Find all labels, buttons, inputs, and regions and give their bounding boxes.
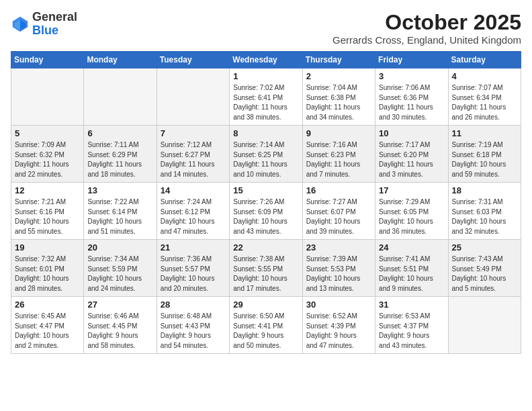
logo-blue: Blue: [32, 24, 77, 38]
day-info: Sunrise: 7:07 AM Sunset: 6:34 PM Dayligh…: [452, 83, 517, 122]
weekday-header: Sunday: [11, 52, 84, 68]
day-number: 31: [379, 300, 444, 310]
weekday-header: Monday: [84, 52, 157, 68]
calendar-cell: 24Sunrise: 7:41 AM Sunset: 5:51 PM Dayli…: [375, 240, 448, 297]
day-info: Sunrise: 6:48 AM Sunset: 4:43 PM Dayligh…: [161, 312, 226, 351]
calendar-cell: 4Sunrise: 7:07 AM Sunset: 6:34 PM Daylig…: [448, 68, 521, 126]
day-info: Sunrise: 6:50 AM Sunset: 4:41 PM Dayligh…: [233, 312, 298, 351]
calendar-cell: [84, 68, 157, 126]
calendar-cell: 5Sunrise: 7:09 AM Sunset: 6:32 PM Daylig…: [11, 126, 84, 183]
calendar-cell: 21Sunrise: 7:36 AM Sunset: 5:57 PM Dayli…: [157, 240, 229, 297]
calendar-cell: 30Sunrise: 6:52 AM Sunset: 4:39 PM Dayli…: [302, 297, 375, 354]
calendar-cell: [157, 68, 229, 126]
calendar-cell: 18Sunrise: 7:31 AM Sunset: 6:03 PM Dayli…: [448, 183, 521, 240]
day-number: 9: [306, 128, 371, 138]
day-number: 24: [379, 242, 444, 253]
day-info: Sunrise: 6:53 AM Sunset: 4:37 PM Dayligh…: [379, 312, 444, 351]
calendar-cell: 20Sunrise: 7:34 AM Sunset: 5:59 PM Dayli…: [84, 240, 157, 297]
calendar-cell: 13Sunrise: 7:22 AM Sunset: 6:14 PM Dayli…: [84, 183, 157, 240]
day-info: Sunrise: 6:45 AM Sunset: 4:47 PM Dayligh…: [15, 312, 80, 351]
calendar-cell: 19Sunrise: 7:32 AM Sunset: 6:01 PM Dayli…: [11, 240, 84, 297]
day-number: 20: [87, 242, 152, 253]
weekday-header: Friday: [375, 52, 448, 68]
calendar-cell: 16Sunrise: 7:27 AM Sunset: 6:07 PM Dayli…: [302, 183, 375, 240]
day-number: 29: [233, 300, 298, 310]
day-info: Sunrise: 7:09 AM Sunset: 6:32 PM Dayligh…: [15, 140, 80, 179]
day-info: Sunrise: 7:39 AM Sunset: 5:53 PM Dayligh…: [306, 255, 371, 293]
day-number: 28: [161, 300, 226, 310]
day-number: 3: [379, 71, 444, 81]
day-info: Sunrise: 7:14 AM Sunset: 6:25 PM Dayligh…: [233, 140, 298, 179]
day-number: 12: [15, 185, 80, 195]
calendar-week-row: 1Sunrise: 7:02 AM Sunset: 6:41 PM Daylig…: [11, 68, 521, 126]
day-number: 30: [306, 300, 371, 310]
day-info: Sunrise: 7:04 AM Sunset: 6:38 PM Dayligh…: [306, 83, 371, 122]
calendar-cell: 2Sunrise: 7:04 AM Sunset: 6:38 PM Daylig…: [302, 68, 375, 126]
day-info: Sunrise: 7:21 AM Sunset: 6:16 PM Dayligh…: [15, 197, 80, 236]
day-number: 22: [233, 242, 298, 253]
day-number: 17: [379, 185, 444, 195]
day-info: Sunrise: 7:24 AM Sunset: 6:12 PM Dayligh…: [161, 197, 226, 236]
logo-general: General: [32, 11, 77, 24]
day-number: 2: [306, 71, 371, 81]
day-number: 13: [87, 185, 152, 195]
day-number: 1: [233, 71, 298, 81]
calendar-cell: 7Sunrise: 7:12 AM Sunset: 6:27 PM Daylig…: [157, 126, 229, 183]
calendar-cell: 26Sunrise: 6:45 AM Sunset: 4:47 PM Dayli…: [11, 297, 84, 354]
day-number: 26: [15, 300, 80, 310]
calendar-cell: 12Sunrise: 7:21 AM Sunset: 6:16 PM Dayli…: [11, 183, 84, 240]
day-number: 19: [15, 242, 80, 253]
day-number: 15: [233, 185, 298, 195]
month-title: October 2025: [332, 11, 521, 34]
calendar-cell: 22Sunrise: 7:38 AM Sunset: 5:55 PM Dayli…: [230, 240, 302, 297]
calendar-cell: [448, 297, 521, 354]
weekday-header-row: SundayMondayTuesdayWednesdayThursdayFrid…: [11, 52, 521, 68]
day-number: 6: [87, 128, 152, 138]
calendar-cell: 10Sunrise: 7:17 AM Sunset: 6:20 PM Dayli…: [375, 126, 448, 183]
day-number: 14: [161, 185, 226, 195]
calendar-cell: 23Sunrise: 7:39 AM Sunset: 5:53 PM Dayli…: [302, 240, 375, 297]
day-info: Sunrise: 7:32 AM Sunset: 6:01 PM Dayligh…: [15, 255, 80, 293]
calendar-cell: 9Sunrise: 7:16 AM Sunset: 6:23 PM Daylig…: [302, 126, 375, 183]
calendar-cell: 8Sunrise: 7:14 AM Sunset: 6:25 PM Daylig…: [230, 126, 302, 183]
day-number: 10: [379, 128, 444, 138]
calendar-cell: 3Sunrise: 7:06 AM Sunset: 6:36 PM Daylig…: [375, 68, 448, 126]
calendar-cell: 11Sunrise: 7:19 AM Sunset: 6:18 PM Dayli…: [448, 126, 521, 183]
weekday-header: Thursday: [302, 52, 375, 68]
day-info: Sunrise: 7:06 AM Sunset: 6:36 PM Dayligh…: [379, 83, 444, 122]
day-info: Sunrise: 7:34 AM Sunset: 5:59 PM Dayligh…: [87, 255, 152, 293]
location: Gerrards Cross, England, United Kingdom: [332, 34, 521, 46]
calendar-cell: 31Sunrise: 6:53 AM Sunset: 4:37 PM Dayli…: [375, 297, 448, 354]
calendar-cell: [11, 68, 84, 126]
day-info: Sunrise: 7:38 AM Sunset: 5:55 PM Dayligh…: [233, 255, 298, 293]
calendar-week-row: 5Sunrise: 7:09 AM Sunset: 6:32 PM Daylig…: [11, 126, 521, 183]
day-info: Sunrise: 7:36 AM Sunset: 5:57 PM Dayligh…: [161, 255, 226, 293]
calendar-cell: 28Sunrise: 6:48 AM Sunset: 4:43 PM Dayli…: [157, 297, 229, 354]
calendar-cell: 14Sunrise: 7:24 AM Sunset: 6:12 PM Dayli…: [157, 183, 229, 240]
calendar-week-row: 12Sunrise: 7:21 AM Sunset: 6:16 PM Dayli…: [11, 183, 521, 240]
day-number: 5: [15, 128, 80, 138]
calendar-table: SundayMondayTuesdayWednesdayThursdayFrid…: [11, 51, 521, 354]
calendar-cell: 6Sunrise: 7:11 AM Sunset: 6:29 PM Daylig…: [84, 126, 157, 183]
day-info: Sunrise: 7:12 AM Sunset: 6:27 PM Dayligh…: [161, 140, 226, 179]
day-info: Sunrise: 7:19 AM Sunset: 6:18 PM Dayligh…: [452, 140, 517, 179]
weekday-header: Wednesday: [230, 52, 302, 68]
day-info: Sunrise: 7:17 AM Sunset: 6:20 PM Dayligh…: [379, 140, 444, 179]
day-info: Sunrise: 7:31 AM Sunset: 6:03 PM Dayligh…: [452, 197, 517, 236]
day-info: Sunrise: 7:29 AM Sunset: 6:05 PM Dayligh…: [379, 197, 444, 236]
day-number: 23: [306, 242, 371, 253]
day-number: 16: [306, 185, 371, 195]
calendar-cell: 17Sunrise: 7:29 AM Sunset: 6:05 PM Dayli…: [375, 183, 448, 240]
day-info: Sunrise: 6:52 AM Sunset: 4:39 PM Dayligh…: [306, 312, 371, 351]
day-info: Sunrise: 7:02 AM Sunset: 6:41 PM Dayligh…: [233, 83, 298, 122]
calendar-cell: 15Sunrise: 7:26 AM Sunset: 6:09 PM Dayli…: [230, 183, 302, 240]
day-number: 7: [161, 128, 226, 138]
day-info: Sunrise: 7:16 AM Sunset: 6:23 PM Dayligh…: [306, 140, 371, 179]
calendar-cell: 1Sunrise: 7:02 AM Sunset: 6:41 PM Daylig…: [230, 68, 302, 126]
logo: General Blue: [11, 11, 77, 38]
day-info: Sunrise: 7:41 AM Sunset: 5:51 PM Dayligh…: [379, 255, 444, 293]
calendar-cell: 29Sunrise: 6:50 AM Sunset: 4:41 PM Dayli…: [230, 297, 302, 354]
day-number: 27: [87, 300, 152, 310]
day-info: Sunrise: 6:46 AM Sunset: 4:45 PM Dayligh…: [87, 312, 152, 351]
day-number: 11: [452, 128, 517, 138]
